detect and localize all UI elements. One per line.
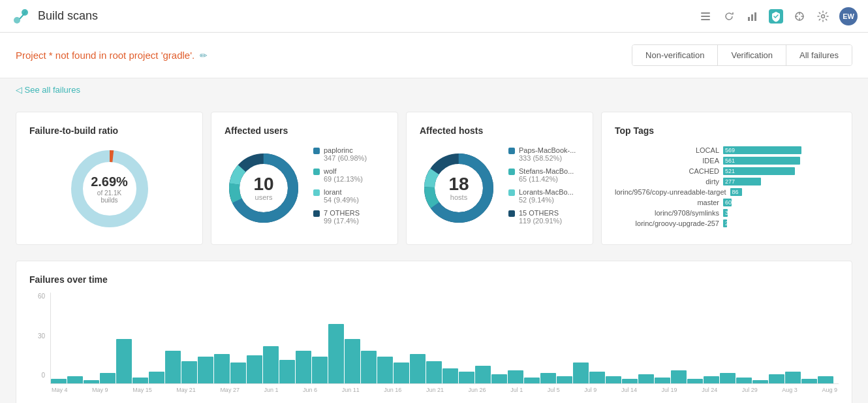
user-4-count: 99 (17.4%) [324,217,360,225]
x-label: May 4 [52,387,68,393]
bar [801,379,817,383]
host-1-count: 333 (58.52%) [519,154,576,162]
bar [214,354,230,383]
bar [312,357,328,383]
alert-bar: Project * not found in root project 'gra… [0,33,868,78]
bar [247,355,262,383]
host-2-name: Stefans-MacBo... [519,167,574,175]
tag-value: 86 [732,189,739,195]
edit-icon[interactable]: ✏ [200,50,208,61]
bar [687,379,703,383]
bar [769,374,784,383]
hosts-label: hosts [448,193,469,201]
tag-name: lorinc/groovy-upgrade-257 [615,219,719,227]
bar [524,378,540,383]
settings-icon[interactable] [816,9,830,24]
bar [345,339,360,383]
user-2-name: wolf [324,167,363,175]
tag-value: 32 [725,210,732,216]
x-label: Jul 5 [548,387,560,393]
tag-row: lorinc/9576/copy-unreadable-target 86 [615,188,839,196]
bar [638,374,654,383]
tag-bar: 60 [723,199,732,206]
tab-non-verification[interactable]: Non-verification [632,45,718,65]
bar [720,373,736,383]
tag-value: 521 [725,168,735,174]
bar [132,378,148,383]
y-label-30: 30 [29,332,45,340]
bar [491,374,507,383]
tag-value: 569 [725,147,735,153]
tag-name: lorinc/9708/symlinks [615,209,719,217]
bar [818,376,833,383]
host-4-count: 119 (20.91%) [519,217,562,225]
svg-rect-6 [751,14,753,21]
failure-tab-group: Non-verification Verification All failur… [632,44,852,66]
sync-icon[interactable] [792,9,807,24]
bar [394,363,409,383]
bar [84,380,99,383]
x-label: Aug 9 [822,387,837,393]
x-label: Jul 9 [584,387,597,393]
x-label: Jul 24 [702,387,717,393]
tag-name: master [615,199,719,206]
main-content: Failure-to-build ratio 2.69% of 21.1K bu… [0,101,868,403]
host-3-name: Lorants-MacBo... [519,188,574,196]
failures-over-time-card: Failures over time 60 30 0 May 4May 9May… [16,261,852,403]
tag-name: lorinc/9576/copy-unreadable-target [615,188,726,196]
user-avatar[interactable]: EW [839,7,858,25]
user-3-count: 54 (9.49%) [324,196,359,204]
x-label: Jul 19 [662,387,677,393]
users-legend: paplorinc347 (60.98%) wolf69 (12.13%) lo… [313,146,367,230]
bar [51,379,67,383]
bar [165,351,181,383]
tab-all-failures[interactable]: All failures [786,45,852,65]
bar [442,368,458,383]
host-2-count: 65 (11.42%) [519,175,574,183]
x-label: Jun 6 [303,387,317,393]
bar [296,351,311,383]
list-icon[interactable] [698,9,713,24]
bar [426,361,442,383]
tag-row: lorinc/9708/symlinks 32 [615,209,839,217]
tag-row: CACHED 521 [615,167,839,175]
tag-bar: 277 [723,178,761,185]
tag-bar: 86 [730,188,742,196]
top-tags-title: Top Tags [615,125,839,136]
svg-rect-5 [748,17,750,21]
see-all-failures-link[interactable]: ◁ See all failures [16,85,80,95]
metrics-cards-row: Failure-to-build ratio 2.69% of 21.1K bu… [16,112,852,245]
bar [671,370,687,383]
bar [540,373,556,383]
bar [622,379,638,383]
bar [361,351,377,383]
shield-icon[interactable] [769,9,783,24]
users-count: 10 [253,175,273,193]
hosts-donut: 18 hosts [420,149,498,227]
x-label: May 21 [176,387,196,393]
header: Build scans EW [0,0,868,33]
bar [279,360,295,383]
failure-ratio-title: Failure-to-build ratio [29,125,189,136]
tag-bar: 521 [723,167,795,175]
tag-bar: 561 [723,157,800,165]
svg-rect-3 [701,16,710,17]
failure-sub: of 21.1K builds [88,189,131,204]
chart-icon[interactable] [745,9,760,24]
bar [67,376,83,383]
tag-name: IDEA [615,157,719,165]
see-all-section: ◁ See all failures [0,78,868,101]
failure-ratio-donut: 2.69% of 21.1K builds [67,146,152,231]
x-label: Jun 26 [469,387,486,393]
y-label-0: 0 [29,372,45,379]
x-label: Jun 1 [264,387,278,393]
bar [198,357,213,383]
tab-verification[interactable]: Verification [718,45,786,65]
affected-hosts-title: Affected hosts [420,125,580,136]
tag-row: dirty 277 [615,178,839,185]
refresh-icon[interactable] [722,9,736,24]
bar [116,339,132,383]
app-title: Build scans [38,9,98,23]
tag-bar: 32 [723,209,728,217]
bar [736,378,752,383]
